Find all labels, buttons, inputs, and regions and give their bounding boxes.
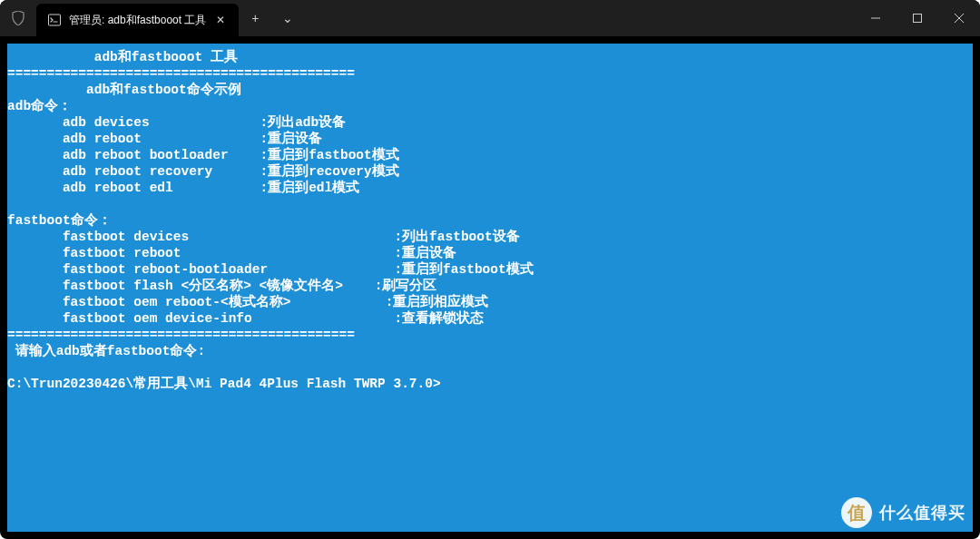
tab-close-button[interactable]: ✕ [213,13,228,27]
watermark-text: 什么值得买 [879,502,965,524]
fb-cmd: fastboot flash <分区名称> <镜像文件名> [7,279,375,293]
adb-desc: :重启到fastboot模式 [260,148,398,162]
terminal-icon [47,13,62,27]
adb-cmd: adb reboot recovery [7,164,260,179]
minimize-button[interactable] [855,0,897,36]
svg-rect-0 [49,15,61,25]
terminal-container: adb和fastbooot 工具 =======================… [0,36,980,539]
fb-desc: :查看解锁状态 [394,311,484,326]
fb-desc: :列出fastboot设备 [394,230,519,244]
fb-cmd: fastboot oem reboot-<模式名称> [7,295,386,309]
terminal-output[interactable]: adb和fastbooot 工具 =======================… [7,44,973,532]
script-title: adb和fastbooot 工具 [7,50,238,64]
terminal-window: 管理员: adb和fastbooot 工具 ✕ + ⌄ adb和fastbooo… [0,0,980,539]
fb-desc: :重启到fastboot模式 [394,262,533,277]
fb-desc: :重启到相应模式 [386,295,489,309]
fb-cmd: fastboot oem device-info [7,311,394,326]
new-tab-button[interactable]: + [239,0,271,36]
watermark: 值 什么值得买 [841,497,965,528]
adb-desc: :重启到edl模式 [260,181,359,195]
cwd-prompt: C:\Trun20230426\常用工具\Mi Pad4 4Plus Flash… [7,377,441,391]
adb-cmd: adb reboot [7,132,260,146]
tab-title: 管理员: adb和fastbooot 工具 [69,13,206,28]
fb-cmd: fastboot reboot-bootloader [7,262,394,277]
titlebar: 管理员: adb和fastbooot 工具 ✕ + ⌄ [0,0,980,36]
adb-cmd: adb reboot bootloader [7,148,260,162]
svg-rect-2 [914,15,922,23]
adb-desc: :列出adb设备 [260,115,346,130]
adb-desc: :重启设备 [260,132,322,146]
maximize-button[interactable] [897,0,938,36]
window-close-button[interactable] [938,0,980,36]
script-subtitle: adb和fastboot命令示例 [7,83,241,97]
fastboot-section-header: fastboot命令： [7,213,112,228]
adb-cmd: adb reboot edl [7,181,260,195]
adb-cmd: adb devices [7,115,260,130]
divider-line: ========================================… [7,66,355,81]
input-hint: 请输入adb或者fastboot命令: [7,344,205,358]
fb-cmd: fastboot reboot [7,246,394,260]
divider-line: ========================================… [7,328,355,342]
fb-desc: :刷写分区 [375,279,437,293]
shield-icon [0,0,36,36]
watermark-badge-icon: 值 [841,497,872,528]
tab-dropdown-button[interactable]: ⌄ [271,0,304,36]
active-tab[interactable]: 管理员: adb和fastbooot 工具 ✕ [36,4,239,36]
fb-desc: :重启设备 [394,246,456,260]
titlebar-drag-area[interactable] [304,0,855,36]
adb-desc: :重启到recovery模式 [260,164,398,179]
adb-section-header: adb命令： [7,99,72,113]
fb-cmd: fastboot devices [7,230,394,244]
